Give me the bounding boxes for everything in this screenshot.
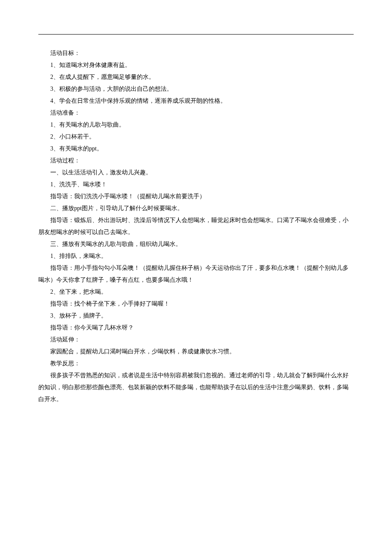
paragraph: 2、在成人提醒下，愿意喝足够量的水。: [38, 71, 354, 83]
paragraph: 3、积极的参与活动，大胆的说出自己的想法。: [38, 83, 354, 95]
document-content: 活动目标： 1、知道喝水对身体健康有益。 2、在成人提醒下，愿意喝足够量的水。 …: [38, 47, 354, 405]
paragraph: 活动目标：: [38, 47, 354, 59]
paragraph: 3、有关喝水的ppt。: [38, 143, 354, 155]
paragraph: 活动过程：: [38, 155, 354, 167]
paragraph: 指导语：用小手指勾勾小耳朵噢！（提醒幼儿握住杯子柄）今天运动你出了汗，要多和点水…: [38, 262, 354, 286]
paragraph: 三、播放有关喝水的儿歌与歌曲，组织幼儿喝水。: [38, 238, 354, 250]
paragraph: 一、以生活活动引入，激发幼儿兴趣。: [38, 167, 354, 179]
paragraph: 1、知道喝水对身体健康有益。: [38, 59, 354, 71]
paragraph: 1、有关喝水的儿歌与歌曲。: [38, 119, 354, 131]
paragraph: 教学反思：: [38, 358, 354, 370]
paragraph: 1、排排队，来喝水。: [38, 250, 354, 262]
paragraph: 指导语：我们洗洗小手喝水喽！（提醒幼儿喝水前要洗手）: [38, 191, 354, 202]
paragraph: 活动准备：: [38, 107, 354, 119]
paragraph: 2、小口杯若干。: [38, 131, 354, 143]
paragraph: 指导语：你今天喝了几杯水呀？: [38, 322, 354, 334]
paragraph: 很多孩子不曾熟悉的知识，或者说是生活中特别容易被我们忽视的。通过老师的引导，幼儿…: [38, 370, 354, 405]
paragraph: 4、学会在日常生活中保持乐观的情绪，逐渐养成乐观开朗的性格。: [38, 95, 354, 107]
paragraph: 1、洗洗手、喝水喽！: [38, 179, 354, 191]
paragraph: 2、坐下来，把水喝。: [38, 286, 354, 298]
paragraph: 指导语：锻炼后、外出游玩时、洗澡后等情况下人会想喝水，睡觉起床时也会想喝水。口渴…: [38, 214, 354, 238]
paragraph: 二、播放ppt图片，引导幼儿了解什么时候要喝水。: [38, 202, 354, 214]
horizontal-rule: [38, 34, 354, 35]
paragraph: 3、放杯子，插牌子。: [38, 310, 354, 322]
paragraph: 活动延伸：: [38, 334, 354, 346]
paragraph: 家园配合，提醒幼儿口渴时喝白开水，少喝饮料，养成健康饮水习惯。: [38, 346, 354, 358]
paragraph: 指导语：找个椅子坐下来，小手捧好了喝喔！: [38, 298, 354, 310]
